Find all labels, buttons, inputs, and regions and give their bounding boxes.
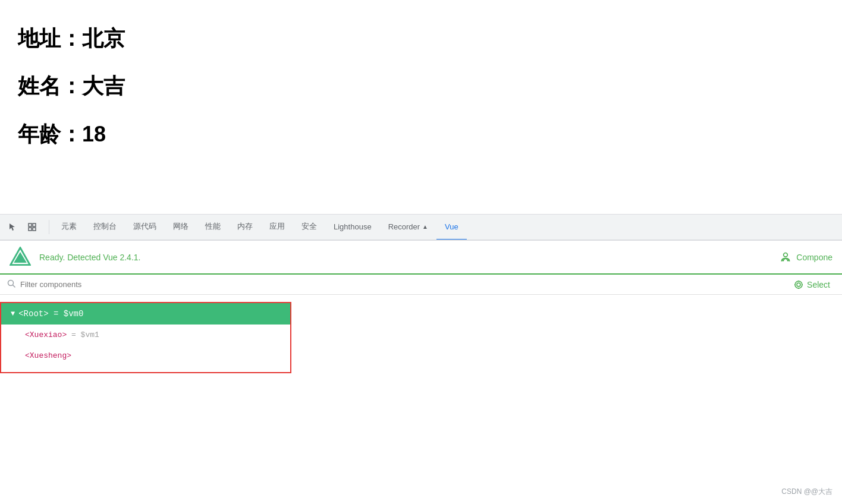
components-tab-label: Compone xyxy=(796,253,832,262)
address-value: 北京 xyxy=(82,26,125,51)
svg-line-12 xyxy=(13,285,15,288)
devtools-tabbar: 元素 控制台 源代码 网络 性能 内存 应用 安全 xyxy=(0,214,842,240)
tab-sources[interactable]: 源代码 xyxy=(125,214,165,240)
address-line: 地址：北京 xyxy=(18,24,824,53)
tab-console[interactable]: 控制台 xyxy=(85,214,125,240)
tab-security[interactable]: 安全 xyxy=(293,214,325,240)
tree-item-xuesheng[interactable]: <Xuesheng> xyxy=(1,345,290,372)
tab-elements[interactable]: 元素 xyxy=(53,214,85,240)
tab-recorder[interactable]: Recorder ▲ xyxy=(380,214,436,240)
address-label: 地址： xyxy=(18,26,82,51)
components-button[interactable]: Compone xyxy=(780,251,832,263)
vue-logo-icon xyxy=(10,247,31,268)
name-value: 大吉 xyxy=(82,74,125,98)
tab-memory[interactable]: 内存 xyxy=(229,214,261,240)
person-icon xyxy=(780,251,791,263)
svg-rect-2 xyxy=(29,228,32,231)
devtools-panel: 元素 控制台 源代码 网络 性能 内存 应用 安全 xyxy=(0,214,842,504)
search-icon xyxy=(7,279,15,289)
tab-performance[interactable]: 性能 xyxy=(197,214,229,240)
age-label: 年龄： xyxy=(18,122,82,146)
component-tree-box: ▼ <Root> = $vm0 <Xuexiao> = $vm1 <Xueshe… xyxy=(0,302,291,373)
tab-application[interactable]: 应用 xyxy=(261,214,293,240)
select-label: Select xyxy=(807,280,830,289)
age-line: 年龄：18 xyxy=(18,119,824,149)
filter-components-input[interactable] xyxy=(20,280,139,289)
cursor-icon[interactable] xyxy=(5,219,21,235)
xuesheng-tag: <Xuesheng> xyxy=(25,351,71,360)
tab-vue[interactable]: Vue xyxy=(436,214,467,240)
devtools-icon-group xyxy=(5,219,40,235)
tree-item-xuexiao[interactable]: <Xuexiao> = $vm1 xyxy=(1,325,290,345)
component-tree-area: ▼ <Root> = $vm0 <Xuexiao> = $vm1 <Xueshe… xyxy=(0,295,842,504)
svg-rect-3 xyxy=(33,228,36,231)
tab-network[interactable]: 网络 xyxy=(165,214,197,240)
main-content: 地址：北京 姓名：大吉 年龄：18 xyxy=(0,0,842,179)
vue-ready-text: Ready. Detected Vue 2.4.1. xyxy=(39,253,780,262)
svg-rect-1 xyxy=(33,223,36,226)
recorder-triangle-icon: ▲ xyxy=(422,223,428,230)
name-line: 姓名：大吉 xyxy=(18,71,824,101)
csdn-watermark: CSDN @@大吉 xyxy=(781,487,832,497)
select-button[interactable]: Select xyxy=(794,280,835,289)
svg-point-14 xyxy=(797,283,800,286)
name-label: 姓名： xyxy=(18,74,82,98)
svg-point-6 xyxy=(784,253,788,257)
age-value: 18 xyxy=(82,122,106,146)
tree-item-root[interactable]: ▼ <Root> = $vm0 xyxy=(1,303,290,325)
filter-input-wrapper xyxy=(7,279,139,289)
vue-panel: Ready. Detected Vue 2.4.1. Compone xyxy=(0,240,842,504)
tree-arrow-icon: ▼ xyxy=(11,310,15,318)
filter-bar: Select xyxy=(0,275,842,295)
inspector-icon[interactable] xyxy=(24,219,40,235)
devtools-tabs: 元素 控制台 源代码 网络 性能 内存 应用 安全 xyxy=(53,214,837,240)
xuexiao-tag: <Xuexiao> = $vm1 xyxy=(25,330,99,339)
root-tag: <Root> = $vm0 xyxy=(18,309,83,319)
svg-point-13 xyxy=(795,281,802,288)
select-circle-icon xyxy=(794,280,803,289)
tab-divider xyxy=(49,220,49,234)
tab-lighthouse[interactable]: Lighthouse xyxy=(325,214,380,240)
vue-header: Ready. Detected Vue 2.4.1. Compone xyxy=(0,241,842,274)
svg-rect-0 xyxy=(29,223,32,226)
